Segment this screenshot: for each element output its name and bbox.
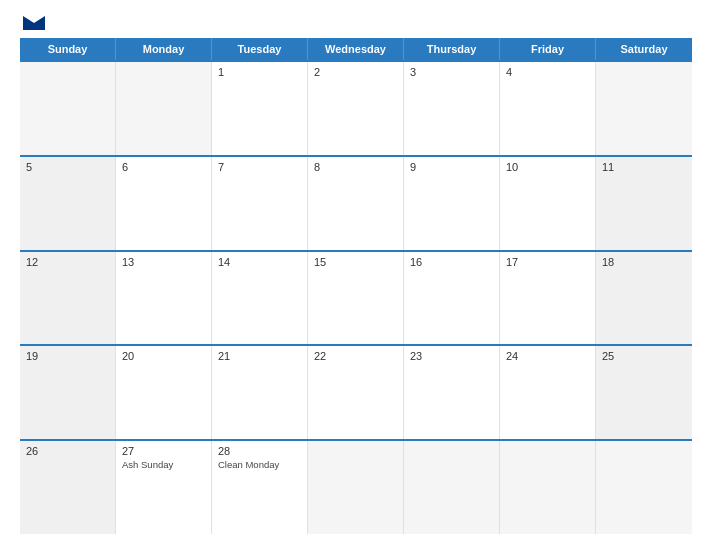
day-number: 18 xyxy=(602,256,686,268)
calendar-cell: 19 xyxy=(20,346,116,439)
calendar-week-4: 19202122232425 xyxy=(20,344,692,439)
calendar-cell: 23 xyxy=(404,346,500,439)
day-number: 23 xyxy=(410,350,493,362)
calendar-cell xyxy=(596,62,692,155)
calendar-cell: 21 xyxy=(212,346,308,439)
day-number: 5 xyxy=(26,161,109,173)
day-number: 25 xyxy=(602,350,686,362)
calendar-cell xyxy=(404,441,500,534)
day-number: 14 xyxy=(218,256,301,268)
calendar-cell: 11 xyxy=(596,157,692,250)
day-header-saturday: Saturday xyxy=(596,38,692,60)
day-number: 11 xyxy=(602,161,686,173)
day-number: 9 xyxy=(410,161,493,173)
calendar-days-header: SundayMondayTuesdayWednesdayThursdayFrid… xyxy=(20,38,692,60)
day-header-tuesday: Tuesday xyxy=(212,38,308,60)
calendar-cell: 20 xyxy=(116,346,212,439)
day-header-thursday: Thursday xyxy=(404,38,500,60)
day-number: 21 xyxy=(218,350,301,362)
calendar-cell: 7 xyxy=(212,157,308,250)
calendar-cell: 17 xyxy=(500,252,596,345)
calendar-cell: 6 xyxy=(116,157,212,250)
calendar-body: 1234567891011121314151617181920212223242… xyxy=(20,60,692,534)
day-number: 12 xyxy=(26,256,109,268)
calendar-cell: 14 xyxy=(212,252,308,345)
day-number: 27 xyxy=(122,445,205,457)
calendar-week-3: 12131415161718 xyxy=(20,250,692,345)
day-header-sunday: Sunday xyxy=(20,38,116,60)
day-number: 4 xyxy=(506,66,589,78)
calendar-cell: 24 xyxy=(500,346,596,439)
day-number: 17 xyxy=(506,256,589,268)
day-number: 20 xyxy=(122,350,205,362)
day-number: 22 xyxy=(314,350,397,362)
calendar-cell: 4 xyxy=(500,62,596,155)
calendar-event: Clean Monday xyxy=(218,459,301,471)
day-number: 7 xyxy=(218,161,301,173)
calendar-cell xyxy=(596,441,692,534)
day-number: 2 xyxy=(314,66,397,78)
calendar-cell: 9 xyxy=(404,157,500,250)
calendar-cell: 3 xyxy=(404,62,500,155)
calendar-week-5: 2627Ash Sunday28Clean Monday xyxy=(20,439,692,534)
calendar-event: Ash Sunday xyxy=(122,459,205,471)
day-number: 1 xyxy=(218,66,301,78)
day-number: 8 xyxy=(314,161,397,173)
day-number: 6 xyxy=(122,161,205,173)
day-number: 28 xyxy=(218,445,301,457)
calendar-week-2: 567891011 xyxy=(20,155,692,250)
day-number: 10 xyxy=(506,161,589,173)
day-header-friday: Friday xyxy=(500,38,596,60)
calendar-cell: 27Ash Sunday xyxy=(116,441,212,534)
calendar-header xyxy=(20,16,692,30)
calendar-cell: 2 xyxy=(308,62,404,155)
day-number: 15 xyxy=(314,256,397,268)
calendar-cell: 25 xyxy=(596,346,692,439)
day-number: 13 xyxy=(122,256,205,268)
calendar-cell: 28Clean Monday xyxy=(212,441,308,534)
day-header-wednesday: Wednesday xyxy=(308,38,404,60)
logo xyxy=(20,16,46,30)
calendar-cell: 18 xyxy=(596,252,692,345)
calendar-cell: 13 xyxy=(116,252,212,345)
day-number: 3 xyxy=(410,66,493,78)
day-number: 24 xyxy=(506,350,589,362)
calendar-cell: 26 xyxy=(20,441,116,534)
calendar-cell: 15 xyxy=(308,252,404,345)
calendar-cell: 12 xyxy=(20,252,116,345)
calendar-cell xyxy=(116,62,212,155)
calendar-cell xyxy=(20,62,116,155)
day-number: 26 xyxy=(26,445,109,457)
calendar-cell: 5 xyxy=(20,157,116,250)
day-number: 16 xyxy=(410,256,493,268)
calendar-grid: SundayMondayTuesdayWednesdayThursdayFrid… xyxy=(20,38,692,534)
calendar-week-1: 1234 xyxy=(20,60,692,155)
day-number: 19 xyxy=(26,350,109,362)
calendar-cell: 22 xyxy=(308,346,404,439)
calendar-page: SundayMondayTuesdayWednesdayThursdayFrid… xyxy=(0,0,712,550)
day-header-monday: Monday xyxy=(116,38,212,60)
calendar-cell xyxy=(500,441,596,534)
calendar-cell: 8 xyxy=(308,157,404,250)
calendar-cell xyxy=(308,441,404,534)
calendar-cell: 10 xyxy=(500,157,596,250)
calendar-cell: 16 xyxy=(404,252,500,345)
calendar-cell: 1 xyxy=(212,62,308,155)
flag-icon xyxy=(23,16,45,30)
